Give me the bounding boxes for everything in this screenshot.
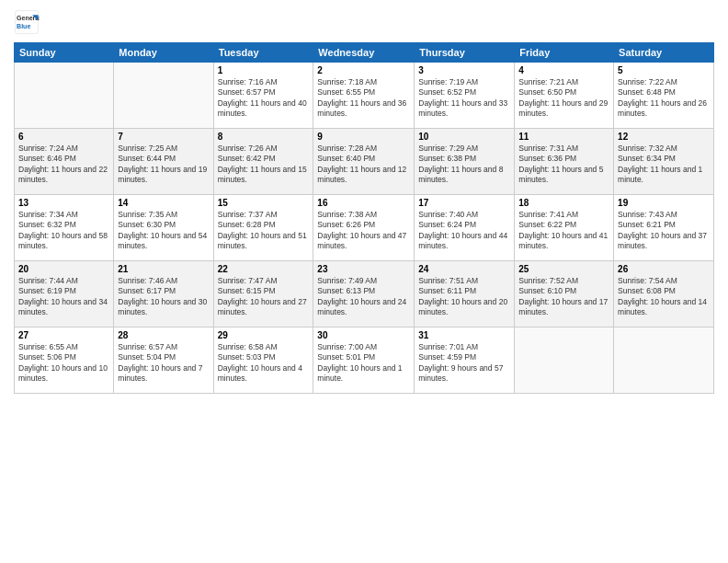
calendar-cell: 26Sunrise: 7:54 AM Sunset: 6:08 PM Dayli… [614, 261, 714, 327]
day-info: Sunrise: 7:46 AM Sunset: 6:17 PM Dayligh… [118, 276, 209, 318]
calendar-table: SundayMondayTuesdayWednesdayThursdayFrid… [14, 42, 714, 394]
day-info: Sunrise: 6:55 AM Sunset: 5:06 PM Dayligh… [18, 342, 109, 385]
column-header-tuesday: Tuesday [213, 43, 313, 63]
day-number: 29 [218, 330, 310, 340]
day-info: Sunrise: 7:41 AM Sunset: 6:22 PM Dayligh… [518, 210, 609, 252]
calendar-cell: 2Sunrise: 7:18 AM Sunset: 6:55 PM Daylig… [313, 63, 415, 129]
day-info: Sunrise: 6:58 AM Sunset: 5:03 PM Dayligh… [218, 342, 310, 385]
day-number: 5 [618, 65, 710, 75]
day-number: 19 [618, 198, 710, 208]
day-info: Sunrise: 7:51 AM Sunset: 6:11 PM Dayligh… [418, 276, 510, 318]
day-info: Sunrise: 7:49 AM Sunset: 6:13 PM Dayligh… [317, 276, 410, 318]
calendar-cell: 30Sunrise: 7:00 AM Sunset: 5:01 PM Dayli… [313, 327, 415, 394]
day-number: 23 [317, 264, 410, 274]
calendar-cell [114, 63, 213, 129]
svg-rect-0 [16, 11, 39, 34]
day-info: Sunrise: 7:32 AM Sunset: 6:34 PM Dayligh… [618, 144, 710, 186]
column-header-wednesday: Wednesday [313, 43, 415, 63]
calendar-cell: 15Sunrise: 7:37 AM Sunset: 6:28 PM Dayli… [213, 195, 313, 261]
calendar-cell: 17Sunrise: 7:40 AM Sunset: 6:24 PM Dayli… [415, 195, 515, 261]
day-number: 25 [518, 264, 609, 274]
day-number: 21 [118, 264, 209, 274]
calendar-week-5: 27Sunrise: 6:55 AM Sunset: 5:06 PM Dayli… [15, 327, 714, 394]
calendar-cell: 24Sunrise: 7:51 AM Sunset: 6:11 PM Dayli… [415, 261, 515, 327]
day-info: Sunrise: 7:26 AM Sunset: 6:42 PM Dayligh… [218, 144, 310, 186]
calendar-week-1: 1Sunrise: 7:16 AM Sunset: 6:57 PM Daylig… [15, 63, 714, 129]
day-info: Sunrise: 7:54 AM Sunset: 6:08 PM Dayligh… [618, 276, 710, 318]
day-number: 22 [218, 264, 310, 274]
calendar-cell: 16Sunrise: 7:38 AM Sunset: 6:26 PM Dayli… [313, 195, 415, 261]
day-number: 7 [118, 132, 209, 142]
day-number: 18 [518, 198, 609, 208]
calendar-cell: 14Sunrise: 7:35 AM Sunset: 6:30 PM Dayli… [114, 195, 213, 261]
day-info: Sunrise: 7:38 AM Sunset: 6:26 PM Dayligh… [317, 210, 410, 252]
calendar-cell: 20Sunrise: 7:44 AM Sunset: 6:19 PM Dayli… [15, 261, 114, 327]
day-info: Sunrise: 7:16 AM Sunset: 6:57 PM Dayligh… [218, 77, 310, 120]
day-number: 27 [18, 330, 109, 340]
calendar-cell: 1Sunrise: 7:16 AM Sunset: 6:57 PM Daylig… [213, 63, 313, 129]
calendar-cell: 6Sunrise: 7:24 AM Sunset: 6:46 PM Daylig… [15, 129, 114, 195]
calendar-cell [515, 327, 614, 394]
day-number: 20 [18, 264, 109, 274]
day-number: 17 [418, 198, 510, 208]
day-number: 4 [518, 65, 609, 75]
day-number: 30 [317, 330, 410, 340]
column-header-sunday: Sunday [15, 43, 114, 63]
day-number: 6 [18, 132, 109, 142]
calendar-cell: 22Sunrise: 7:47 AM Sunset: 6:15 PM Dayli… [213, 261, 313, 327]
column-header-friday: Friday [515, 43, 614, 63]
day-number: 24 [418, 264, 510, 274]
day-info: Sunrise: 7:34 AM Sunset: 6:32 PM Dayligh… [18, 210, 109, 252]
day-info: Sunrise: 7:40 AM Sunset: 6:24 PM Dayligh… [418, 210, 510, 252]
day-info: Sunrise: 7:22 AM Sunset: 6:48 PM Dayligh… [618, 77, 710, 120]
calendar-cell: 18Sunrise: 7:41 AM Sunset: 6:22 PM Dayli… [515, 195, 614, 261]
calendar-cell: 5Sunrise: 7:22 AM Sunset: 6:48 PM Daylig… [614, 63, 714, 129]
day-info: Sunrise: 7:01 AM Sunset: 4:59 PM Dayligh… [418, 342, 510, 385]
calendar-cell: 10Sunrise: 7:29 AM Sunset: 6:38 PM Dayli… [415, 129, 515, 195]
calendar-cell [614, 327, 714, 394]
day-number: 15 [218, 198, 310, 208]
day-number: 2 [317, 65, 410, 75]
day-info: Sunrise: 7:31 AM Sunset: 6:36 PM Dayligh… [518, 144, 609, 186]
calendar-cell: 11Sunrise: 7:31 AM Sunset: 6:36 PM Dayli… [515, 129, 614, 195]
calendar-cell: 29Sunrise: 6:58 AM Sunset: 5:03 PM Dayli… [213, 327, 313, 394]
page-header: General Blue [14, 9, 714, 35]
day-number: 11 [518, 132, 609, 142]
calendar-cell: 21Sunrise: 7:46 AM Sunset: 6:17 PM Dayli… [114, 261, 213, 327]
column-header-monday: Monday [114, 43, 213, 63]
calendar-cell: 8Sunrise: 7:26 AM Sunset: 6:42 PM Daylig… [213, 129, 313, 195]
day-info: Sunrise: 7:47 AM Sunset: 6:15 PM Dayligh… [218, 276, 310, 318]
calendar-cell: 7Sunrise: 7:25 AM Sunset: 6:44 PM Daylig… [114, 129, 213, 195]
day-number: 31 [418, 330, 510, 340]
day-info: Sunrise: 7:25 AM Sunset: 6:44 PM Dayligh… [118, 144, 209, 186]
day-number: 3 [418, 65, 510, 75]
day-number: 1 [218, 65, 310, 75]
calendar-cell: 12Sunrise: 7:32 AM Sunset: 6:34 PM Dayli… [614, 129, 714, 195]
calendar-cell: 4Sunrise: 7:21 AM Sunset: 6:50 PM Daylig… [515, 63, 614, 129]
day-number: 13 [18, 198, 109, 208]
svg-text:Blue: Blue [17, 23, 30, 29]
day-info: Sunrise: 7:00 AM Sunset: 5:01 PM Dayligh… [317, 342, 410, 385]
day-number: 26 [618, 264, 710, 274]
day-info: Sunrise: 7:37 AM Sunset: 6:28 PM Dayligh… [218, 210, 310, 252]
day-number: 10 [418, 132, 510, 142]
day-info: Sunrise: 7:52 AM Sunset: 6:10 PM Dayligh… [518, 276, 609, 318]
calendar-week-4: 20Sunrise: 7:44 AM Sunset: 6:19 PM Dayli… [15, 261, 714, 327]
day-info: Sunrise: 7:43 AM Sunset: 6:21 PM Dayligh… [618, 210, 710, 252]
day-number: 28 [118, 330, 209, 340]
day-number: 14 [118, 198, 209, 208]
day-info: Sunrise: 7:29 AM Sunset: 6:38 PM Dayligh… [418, 144, 510, 186]
day-info: Sunrise: 7:28 AM Sunset: 6:40 PM Dayligh… [317, 144, 410, 186]
day-info: Sunrise: 7:19 AM Sunset: 6:52 PM Dayligh… [418, 77, 510, 120]
day-number: 9 [317, 132, 410, 142]
day-info: Sunrise: 7:18 AM Sunset: 6:55 PM Dayligh… [317, 77, 410, 120]
logo: General Blue [14, 9, 40, 35]
calendar-cell: 27Sunrise: 6:55 AM Sunset: 5:06 PM Dayli… [15, 327, 114, 394]
calendar-cell: 3Sunrise: 7:19 AM Sunset: 6:52 PM Daylig… [415, 63, 515, 129]
calendar-cell: 28Sunrise: 6:57 AM Sunset: 5:04 PM Dayli… [114, 327, 213, 394]
calendar-week-2: 6Sunrise: 7:24 AM Sunset: 6:46 PM Daylig… [15, 129, 714, 195]
day-info: Sunrise: 6:57 AM Sunset: 5:04 PM Dayligh… [118, 342, 209, 385]
day-number: 16 [317, 198, 410, 208]
calendar-cell: 19Sunrise: 7:43 AM Sunset: 6:21 PM Dayli… [614, 195, 714, 261]
logo-icon: General Blue [14, 9, 40, 35]
